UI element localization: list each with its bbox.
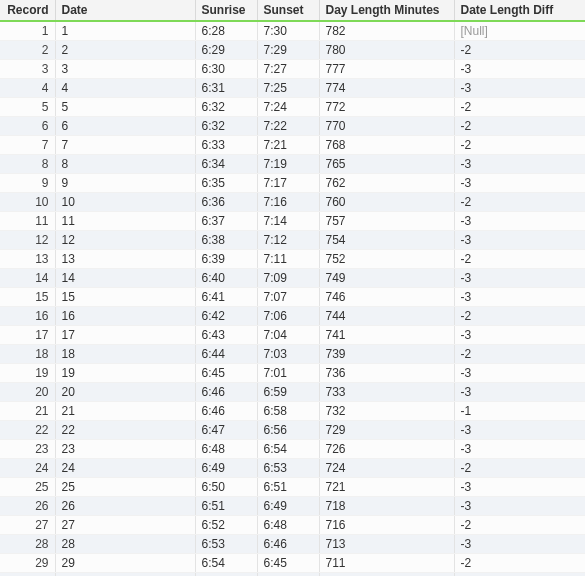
table-row[interactable]: 12126:387:12754-3 — [0, 231, 585, 250]
cell-record[interactable]: 23 — [0, 440, 55, 459]
table-row[interactable]: 24246:496:53724-2 — [0, 459, 585, 478]
cell-date-length-diff[interactable]: -2 — [454, 136, 585, 155]
cell-date[interactable]: 20 — [55, 383, 195, 402]
table-row[interactable]: 446:317:25774-3 — [0, 79, 585, 98]
cell-day-length-minutes[interactable]: 749 — [319, 269, 454, 288]
cell-sunset[interactable]: 7:25 — [257, 79, 319, 98]
cell-sunset[interactable]: 6:43 — [257, 573, 319, 577]
cell-day-length-minutes[interactable]: 768 — [319, 136, 454, 155]
cell-day-length-minutes[interactable]: 716 — [319, 516, 454, 535]
cell-sunrise[interactable]: 6:43 — [195, 326, 257, 345]
cell-sunset[interactable]: 6:46 — [257, 535, 319, 554]
cell-sunset[interactable]: 7:06 — [257, 307, 319, 326]
cell-date[interactable]: 12 — [55, 231, 195, 250]
table-row[interactable]: 26266:516:49718-3 — [0, 497, 585, 516]
cell-sunrise[interactable]: 6:36 — [195, 193, 257, 212]
col-header-record[interactable]: Record — [0, 0, 55, 21]
cell-date[interactable]: 9 — [55, 174, 195, 193]
cell-sunrise[interactable]: 6:29 — [195, 41, 257, 60]
cell-day-length-minutes[interactable]: 746 — [319, 288, 454, 307]
cell-record[interactable]: 3 — [0, 60, 55, 79]
cell-day-length-minutes[interactable]: 736 — [319, 364, 454, 383]
cell-sunset[interactable]: 7:30 — [257, 21, 319, 41]
table-row[interactable]: 776:337:21768-2 — [0, 136, 585, 155]
cell-date[interactable]: 23 — [55, 440, 195, 459]
cell-date-length-diff[interactable]: -2 — [454, 98, 585, 117]
cell-sunset[interactable]: 6:53 — [257, 459, 319, 478]
cell-day-length-minutes[interactable]: 713 — [319, 535, 454, 554]
cell-day-length-minutes[interactable]: 744 — [319, 307, 454, 326]
cell-day-length-minutes[interactable]: 774 — [319, 79, 454, 98]
cell-record[interactable]: 28 — [0, 535, 55, 554]
cell-date[interactable]: 22 — [55, 421, 195, 440]
cell-date[interactable]: 27 — [55, 516, 195, 535]
table-row[interactable]: 226:297:29780-2 — [0, 41, 585, 60]
cell-sunset[interactable]: 6:56 — [257, 421, 319, 440]
cell-record[interactable]: 20 — [0, 383, 55, 402]
cell-record[interactable]: 9 — [0, 174, 55, 193]
cell-date[interactable]: 16 — [55, 307, 195, 326]
cell-record[interactable]: 15 — [0, 288, 55, 307]
cell-sunset[interactable]: 6:58 — [257, 402, 319, 421]
cell-sunrise[interactable]: 6:35 — [195, 174, 257, 193]
cell-day-length-minutes[interactable]: 729 — [319, 421, 454, 440]
cell-record[interactable]: 10 — [0, 193, 55, 212]
cell-record[interactable]: 14 — [0, 269, 55, 288]
cell-record[interactable]: 12 — [0, 231, 55, 250]
cell-day-length-minutes[interactable]: 780 — [319, 41, 454, 60]
cell-sunrise[interactable]: 6:48 — [195, 440, 257, 459]
cell-sunrise[interactable]: 6:38 — [195, 231, 257, 250]
cell-date-length-diff[interactable]: -1 — [454, 402, 585, 421]
cell-record[interactable]: 26 — [0, 497, 55, 516]
cell-day-length-minutes[interactable]: 721 — [319, 478, 454, 497]
cell-day-length-minutes[interactable]: 765 — [319, 155, 454, 174]
cell-record[interactable]: 13 — [0, 250, 55, 269]
cell-sunrise[interactable]: 6:54 — [195, 554, 257, 573]
cell-sunrise[interactable]: 6:55 — [195, 573, 257, 577]
cell-date[interactable]: 13 — [55, 250, 195, 269]
cell-date-length-diff[interactable]: -3 — [454, 212, 585, 231]
table-row[interactable]: 116:287:30782[Null] — [0, 21, 585, 41]
cell-date[interactable]: 4 — [55, 79, 195, 98]
cell-sunrise[interactable]: 6:46 — [195, 402, 257, 421]
cell-date[interactable]: 30 — [55, 573, 195, 577]
cell-record[interactable]: 29 — [0, 554, 55, 573]
table-row[interactable]: 29296:546:45711-2 — [0, 554, 585, 573]
cell-date[interactable]: 14 — [55, 269, 195, 288]
cell-date-length-diff[interactable]: -3 — [454, 440, 585, 459]
cell-date-length-diff[interactable]: -3 — [454, 326, 585, 345]
cell-record[interactable]: 11 — [0, 212, 55, 231]
cell-record[interactable]: 30 — [0, 573, 55, 577]
cell-day-length-minutes[interactable]: 718 — [319, 497, 454, 516]
cell-date-length-diff[interactable]: -3 — [454, 269, 585, 288]
cell-date-length-diff[interactable]: -2 — [454, 307, 585, 326]
col-header-date-length-diff[interactable]: Date Length Diff — [454, 0, 585, 21]
cell-record[interactable]: 6 — [0, 117, 55, 136]
cell-sunset[interactable]: 7:27 — [257, 60, 319, 79]
cell-record[interactable]: 4 — [0, 79, 55, 98]
cell-sunset[interactable]: 7:17 — [257, 174, 319, 193]
cell-sunrise[interactable]: 6:31 — [195, 79, 257, 98]
cell-date-length-diff[interactable]: -3 — [454, 79, 585, 98]
cell-date[interactable]: 11 — [55, 212, 195, 231]
cell-day-length-minutes[interactable]: 724 — [319, 459, 454, 478]
table-row[interactable]: 22226:476:56729-3 — [0, 421, 585, 440]
cell-date-length-diff[interactable]: -2 — [454, 516, 585, 535]
cell-date[interactable]: 5 — [55, 98, 195, 117]
cell-sunrise[interactable]: 6:44 — [195, 345, 257, 364]
cell-date[interactable]: 15 — [55, 288, 195, 307]
cell-date[interactable]: 2 — [55, 41, 195, 60]
table-row[interactable]: 10106:367:16760-2 — [0, 193, 585, 212]
cell-day-length-minutes[interactable]: 772 — [319, 98, 454, 117]
table-row[interactable]: 18186:447:03739-2 — [0, 345, 585, 364]
cell-day-length-minutes[interactable]: 754 — [319, 231, 454, 250]
cell-record[interactable]: 18 — [0, 345, 55, 364]
cell-date-length-diff[interactable]: -2 — [454, 554, 585, 573]
cell-date[interactable]: 10 — [55, 193, 195, 212]
cell-date-length-diff[interactable]: -3 — [454, 535, 585, 554]
table-row[interactable]: 19196:457:01736-3 — [0, 364, 585, 383]
cell-sunset[interactable]: 6:45 — [257, 554, 319, 573]
table-row[interactable]: 886:347:19765-3 — [0, 155, 585, 174]
cell-record[interactable]: 19 — [0, 364, 55, 383]
cell-sunrise[interactable]: 6:49 — [195, 459, 257, 478]
